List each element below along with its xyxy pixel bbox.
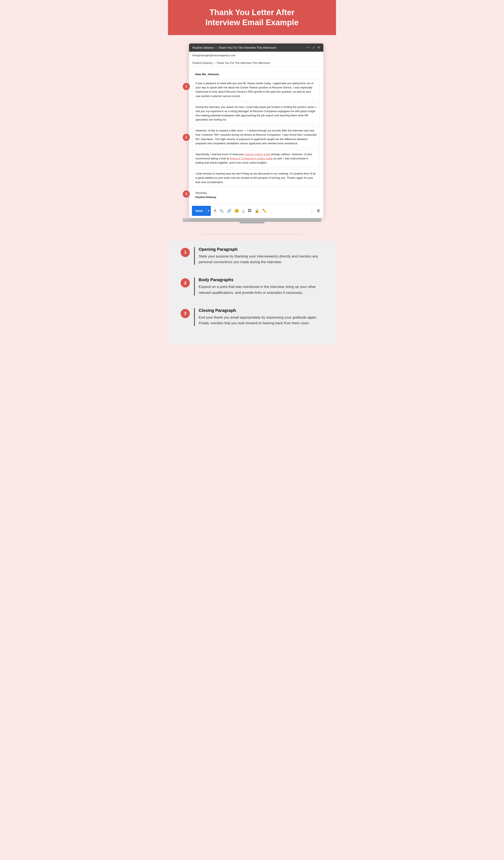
explanation-badge-1: 1 bbox=[181, 248, 190, 257]
explanation-content-3: Closing Paragraph End your thank you ema… bbox=[194, 308, 323, 326]
emoji-icon[interactable]: 😊 bbox=[234, 209, 239, 213]
attach-icon[interactable]: 📎 bbox=[219, 209, 224, 213]
paragraph-2a-text: During the interview, you asked me how I… bbox=[196, 105, 316, 121]
laptop-stand bbox=[240, 222, 264, 224]
resume-writing-guide-link[interactable]: resume writing guide bbox=[245, 153, 270, 156]
email-body: Dear Ms. Johnson, It was a pleasure to m… bbox=[189, 67, 323, 203]
paragraph-3-text: I look forward to hearing back by next F… bbox=[196, 172, 316, 184]
format-text-icon[interactable]: A bbox=[214, 209, 216, 213]
page-header: Thank You Letter After Interview Email E… bbox=[168, 0, 336, 35]
badge-1: 1 bbox=[183, 83, 190, 90]
email-salutation: Dear Ms. Johnson, bbox=[193, 70, 320, 78]
signature-icon[interactable]: ✏️ bbox=[262, 209, 267, 213]
explanation-content-1: Opening Paragraph State your purpose by … bbox=[194, 247, 323, 265]
to-field[interactable]: hiringmanager@resumegenius.com bbox=[189, 52, 323, 59]
explanation-badge-3: 3 bbox=[181, 309, 190, 318]
laptop-bar bbox=[183, 218, 321, 222]
explanation-item-3: 3 Closing Paragraph End your thank you e… bbox=[181, 306, 323, 328]
email-paragraph-2a: During the interview, you asked me how I… bbox=[193, 103, 320, 124]
email-paragraph-2c: Specifically, I learned much of what you… bbox=[193, 150, 320, 167]
image-icon[interactable]: 🖼 bbox=[248, 209, 251, 213]
explanation-title-3: Closing Paragraph bbox=[199, 308, 323, 313]
send-button[interactable]: Send ▾ bbox=[192, 206, 211, 216]
close-button[interactable]: ✕ bbox=[317, 46, 320, 49]
email-window: Pauline Delaney — Thank You For The Inte… bbox=[189, 43, 323, 218]
paragraph-1-text: It was a pleasure to meet with you and M… bbox=[196, 82, 313, 98]
drive-icon[interactable]: △ bbox=[242, 209, 245, 213]
email-window-title: Pauline Delaney — Thank You For The Inte… bbox=[192, 46, 306, 49]
email-section: 1 2 3 Pauline Delaney — Thank You For Th… bbox=[168, 35, 336, 230]
explanation-title-2: Body Paragraphs bbox=[199, 277, 323, 282]
send-dropdown-arrow[interactable]: ▾ bbox=[206, 208, 211, 214]
explanation-section: 1 Opening Paragraph State your purpose b… bbox=[168, 241, 336, 345]
paragraph-2b-text: However, I'd like to expand a little mor… bbox=[196, 129, 316, 145]
subject-field[interactable]: Pauline Delaney — Thank You For The Inte… bbox=[189, 59, 323, 67]
closing-line: Sincerely, bbox=[195, 191, 317, 195]
send-button-label: Send bbox=[192, 207, 206, 214]
explanation-badge-2: 2 bbox=[181, 278, 190, 287]
badge-3: 3 bbox=[183, 190, 190, 198]
link-icon[interactable]: 🔗 bbox=[227, 209, 231, 213]
paragraph-2c-pre: Specifically, I learned much of what you… bbox=[196, 153, 245, 156]
closing-name: Pauline Delaney bbox=[195, 195, 317, 199]
companion-writing-guide-link[interactable]: Resume Companion's writing guide bbox=[230, 157, 273, 160]
explanation-text-2: Expand on a point that was mentioned in … bbox=[199, 284, 323, 295]
annotated-email: 1 2 3 Pauline Delaney — Thank You For Th… bbox=[181, 43, 323, 224]
page-title: Thank You Letter After Interview Email E… bbox=[185, 8, 319, 28]
maximize-button[interactable]: ⤢ bbox=[312, 46, 315, 49]
email-paragraph-3: I look forward to hearing back by next F… bbox=[193, 169, 320, 186]
minimize-button[interactable]: — bbox=[306, 46, 309, 49]
explanation-content-2: Body Paragraphs Expand on a point that w… bbox=[194, 277, 323, 295]
email-fields: hiringmanager@resumegenius.com Pauline D… bbox=[189, 52, 323, 67]
explanation-text-3: End your thank you email appropriately b… bbox=[199, 315, 323, 326]
section-divider bbox=[176, 234, 328, 234]
email-paragraph-2b: However, I'd like to expand a little mor… bbox=[193, 126, 320, 148]
more-options-icon[interactable]: ⋮ bbox=[310, 209, 314, 213]
badge-2: 2 bbox=[183, 134, 190, 141]
email-toolbar: Send ▾ A 📎 🔗 😊 △ 🖼 🔒 ✏️ ⋮ 🗑 bbox=[189, 203, 323, 218]
explanation-item-2: 2 Body Paragraphs Expand on a point that… bbox=[181, 275, 323, 297]
explanation-title-1: Opening Paragraph bbox=[199, 247, 323, 252]
toolbar-right: ⋮ 🗑 bbox=[310, 209, 320, 213]
email-topbar: Pauline Delaney — Thank You For The Inte… bbox=[189, 43, 323, 52]
email-paragraph-1: It was a pleasure to meet with you and M… bbox=[193, 79, 320, 101]
toolbar-left: Send ▾ A 📎 🔗 😊 △ 🖼 🔒 ✏️ bbox=[192, 206, 267, 216]
window-controls: — ⤢ ✕ bbox=[306, 46, 320, 49]
lock-icon[interactable]: 🔒 bbox=[255, 209, 259, 213]
explanation-item-1: 1 Opening Paragraph State your purpose b… bbox=[181, 245, 323, 267]
email-closing: Sincerely, Pauline Delaney bbox=[193, 189, 320, 200]
explanation-text-1: State your purpose by thanking your inte… bbox=[199, 254, 323, 265]
delete-icon[interactable]: 🗑 bbox=[317, 209, 320, 213]
